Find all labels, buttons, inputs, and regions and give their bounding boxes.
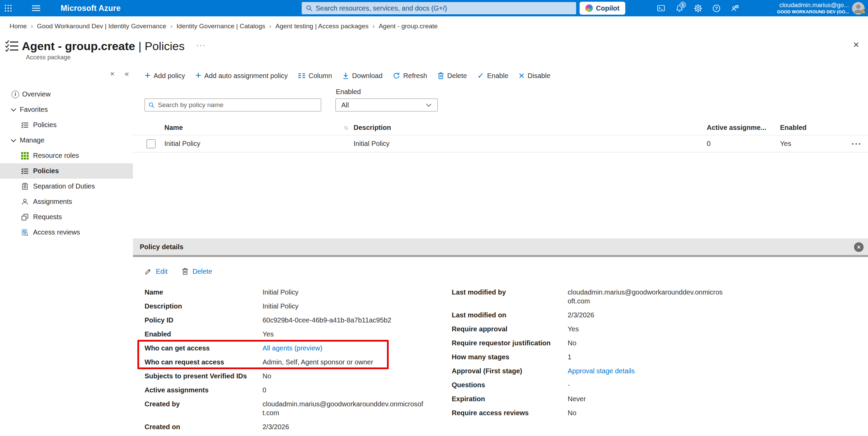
detail-value: 2/3/2026	[568, 311, 724, 319]
column-header-active-assignments[interactable]: Active assignme...	[707, 124, 780, 132]
enable-button[interactable]: ✓ Enable	[477, 72, 508, 80]
details-right-column: Last modified bycloudadmin.marius@goodwo…	[452, 288, 856, 436]
all-agents-preview-link[interactable]: All agents (preview)	[263, 344, 426, 352]
policies-icon	[21, 167, 29, 175]
column-label: Column	[309, 72, 332, 80]
refresh-button[interactable]: Refresh	[393, 72, 427, 80]
details-left-column: NameInitial Policy DescriptionInitial Po…	[145, 288, 452, 436]
approval-stage-details-link[interactable]: Approval stage details	[568, 366, 724, 375]
column-header-name[interactable]: Name	[164, 124, 183, 132]
sidebar-close-icon[interactable]: ×	[110, 70, 115, 78]
notifications-bell-icon[interactable]: 1	[670, 0, 689, 16]
chevron-down-icon	[11, 137, 16, 142]
sidebar-item-favorites-policies[interactable]: Policies	[0, 117, 133, 133]
page-overflow-menu[interactable]: ···	[196, 44, 206, 47]
help-icon[interactable]: ?	[707, 0, 725, 16]
page-title-name: Agent - group.create	[22, 40, 135, 52]
detail-row: Active assignments0	[145, 386, 452, 394]
policies-icon	[21, 121, 29, 129]
feedback-icon[interactable]	[725, 0, 744, 16]
add-auto-assignment-policy-button[interactable]: + Add auto assignment policy	[195, 72, 288, 80]
brand-microsoft-azure[interactable]: Microsoft Azure	[61, 4, 121, 13]
hamburger-menu-icon[interactable]	[28, 0, 44, 16]
sidebar-item-access-reviews[interactable]: Access reviews	[0, 225, 133, 240]
column-icon	[298, 72, 305, 79]
detail-value: Initial Policy	[263, 288, 426, 297]
table-row[interactable]: Initial Policy Initial Policy 0 Yes ···	[133, 135, 868, 152]
detail-row-who-can-request-access: Who can request accessAdmin, Self, Agent…	[145, 358, 452, 366]
detail-row: EnabledYes	[145, 330, 452, 339]
trash-icon	[437, 72, 444, 79]
download-button[interactable]: Download	[342, 72, 383, 80]
panel-close-icon[interactable]: ×	[854, 242, 864, 252]
sidebar-group-label: Manage	[20, 136, 44, 144]
global-search-box[interactable]	[302, 2, 576, 14]
sidebar: × « i Overview Favorites Poli	[0, 65, 133, 436]
sidebar-item-overview[interactable]: i Overview	[0, 87, 133, 102]
policy-details-header: Policy details ×	[133, 239, 868, 257]
sidebar-item-label: Access reviews	[33, 228, 80, 236]
sidebar-item-policies[interactable]: Policies	[0, 163, 133, 179]
detail-row: Last modified bycloudadmin.marius@goodwo…	[452, 288, 856, 305]
copilot-icon	[585, 4, 593, 12]
plus-icon: +	[145, 72, 151, 79]
detail-row: Created on2/3/2026	[145, 422, 452, 431]
detail-value: No	[263, 372, 426, 380]
policy-details-panel: Policy details × Edit	[133, 239, 868, 436]
sidebar-item-assignments[interactable]: Assignments	[0, 194, 133, 209]
azure-top-bar: Microsoft Azure Copilot 1	[0, 0, 868, 16]
breadcrumb-access-packages[interactable]: Agent testing | Access packages	[275, 22, 369, 30]
cell-active-assignments: 0	[707, 140, 780, 148]
details-delete-button[interactable]: Delete	[182, 268, 212, 275]
column-button[interactable]: Column	[298, 72, 332, 80]
disable-button[interactable]: × Disable	[519, 72, 550, 80]
row-context-menu-icon[interactable]: ···	[852, 139, 862, 148]
enabled-filter-value: All	[341, 101, 349, 109]
sidebar-group-manage[interactable]: Manage	[0, 133, 133, 148]
detail-value: 0	[263, 386, 426, 394]
column-header-description[interactable]: Description	[353, 124, 707, 132]
edit-button[interactable]: Edit	[145, 268, 167, 275]
detail-row-who-can-get-access: Who can get accessAll agents (preview)	[145, 344, 452, 352]
page-title-divider: |	[138, 40, 141, 52]
search-icon	[148, 102, 155, 108]
breadcrumb-home[interactable]: Home	[10, 22, 27, 30]
sidebar-item-resource-roles[interactable]: Resource roles	[0, 148, 133, 163]
filter-bar: Enabled All	[133, 88, 868, 111]
user-email: cloudadmin.marius@go...	[777, 2, 849, 9]
sort-icon[interactable]: ↑↓	[344, 124, 347, 131]
detail-row: Approval (First stage)Approval stage det…	[452, 366, 856, 375]
sidebar-item-label: Policies	[33, 121, 57, 129]
row-checkbox[interactable]	[147, 139, 155, 148]
enabled-filter-dropdown[interactable]: All	[335, 99, 438, 111]
page-title: Agent - group.create | Policies	[22, 40, 184, 53]
policy-search-input[interactable]	[158, 101, 317, 109]
sidebar-item-separation-of-duties[interactable]: Separation of Duties	[0, 179, 133, 194]
sidebar-item-requests[interactable]: Requests	[0, 209, 133, 225]
page-close-icon[interactable]: ×	[853, 40, 859, 50]
detail-row: Policy ID60c929b4-0cee-46b9-a41b-8a7b11a…	[145, 316, 452, 325]
main-panel: + Add policy + Add auto assignment polic…	[133, 65, 868, 436]
copilot-button[interactable]: Copilot	[580, 2, 625, 15]
breadcrumb-catalogs[interactable]: Identity Governance | Catalogs	[177, 22, 266, 30]
settings-gear-icon[interactable]	[689, 0, 707, 16]
sidebar-group-favorites[interactable]: Favorites	[0, 102, 133, 117]
global-search-input[interactable]	[316, 4, 572, 12]
column-header-enabled[interactable]: Enabled	[780, 124, 845, 132]
add-policy-button[interactable]: + Add policy	[145, 72, 185, 80]
detail-value: 60c929b4-0cee-46b9-a41b-8a7b11ac95b2	[263, 316, 426, 325]
copilot-label: Copilot	[596, 4, 619, 12]
detail-row: How many stages1	[452, 352, 856, 361]
page-title-section: Policies	[145, 40, 184, 52]
detail-value: Initial Policy	[263, 302, 426, 311]
sidebar-collapse-icon[interactable]: «	[125, 70, 129, 78]
waffle-menu-icon[interactable]	[0, 0, 16, 16]
cloud-shell-icon[interactable]	[652, 0, 670, 16]
breadcrumb-identity-governance[interactable]: Good Workaround Dev | Identity Governanc…	[37, 22, 166, 30]
add-auto-label: Add auto assignment policy	[204, 72, 288, 80]
policy-search-box[interactable]	[145, 99, 321, 111]
delete-button[interactable]: Delete	[437, 72, 467, 80]
account-menu[interactable]: cloudadmin.marius@go... GOOD WORKAROUND …	[777, 2, 849, 14]
detail-value: Never	[568, 394, 724, 403]
sidebar-item-label: Resource roles	[33, 152, 79, 160]
